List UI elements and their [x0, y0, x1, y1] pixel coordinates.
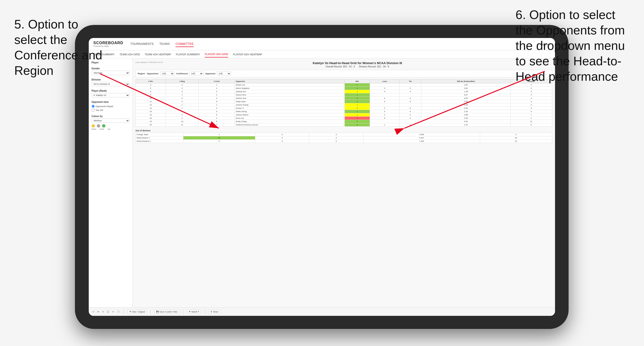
th-div: # Div	[136, 80, 166, 83]
save-custom-view-btn[interactable]: 💾 Save Custom View	[154, 310, 179, 314]
report-title-area: Katelyn Vo Head-to-Head Grid for Women's…	[163, 61, 552, 68]
cell-rounds: 6	[510, 123, 552, 127]
main-content: Last Updated: 27/03/2024 10:44 Katelyn V…	[133, 58, 555, 307]
cell-tie	[400, 83, 421, 87]
toolbar-sep4	[204, 310, 205, 314]
cell-conf: 3	[199, 97, 235, 100]
cell-rounds: 9	[510, 107, 552, 110]
cell-loss: 0	[370, 90, 400, 93]
cell-diff: 3.33	[421, 100, 510, 103]
toolbar-redo1[interactable]: ⟳	[97, 311, 99, 313]
cell-rounds: 4	[510, 97, 552, 100]
toolbar-redo2[interactable]: ↪	[102, 311, 104, 313]
cell-opponent: Jessica Huang	[235, 103, 345, 107]
nav-committee[interactable]: COMMITTEE	[176, 41, 194, 47]
toolbar-clock[interactable]: 🕐	[117, 311, 120, 313]
cell-rounds: 2	[510, 103, 552, 107]
cell-win: 1	[345, 87, 370, 90]
cell-conf: 1	[199, 83, 235, 87]
table-row: 20 11 7 Federica Domecq Lacroze 2 1 0 1.…	[136, 123, 552, 127]
opponents-select[interactable]: (All)	[160, 71, 174, 76]
radio-opponents-played[interactable]: Opponents Played	[92, 105, 130, 108]
ood-diff: 7.400	[363, 140, 480, 143]
cell-tie	[400, 103, 421, 107]
share-btn[interactable]: ⬆ Share	[209, 310, 220, 314]
cell-tie: 0	[400, 87, 421, 90]
cell-conf: 7	[199, 123, 235, 127]
table-row: 15 8 5 Stella Cheng 1 0 0 1.25 4	[136, 110, 552, 113]
subnav-team-h2h-grid[interactable]: TEAM H2H GRID	[120, 51, 140, 57]
cell-conf: 2	[199, 87, 235, 90]
nav-tournaments[interactable]: TOURNAMENTS	[130, 41, 154, 47]
cell-opponent: Alexis Sudjianto	[235, 87, 345, 90]
ood-tie: 0	[309, 133, 363, 136]
cell-reg: 6	[166, 97, 198, 100]
ood-tie: 0	[309, 136, 363, 140]
cell-loss	[370, 83, 400, 87]
report-title-text: Katelyn Vo Head-to-Head Grid for Women's…	[163, 61, 552, 65]
radio-opponents-played-input[interactable]	[92, 105, 95, 108]
table-row: 13 1 1 Jessica Huang 1 -3.00 2	[136, 103, 552, 107]
cell-tie	[400, 120, 421, 123]
cell-win: 2	[345, 123, 370, 127]
cell-win: 1	[345, 93, 370, 97]
subnav-team-h2h-heatmap[interactable]: TEAM H2H HEATMAP	[145, 51, 171, 57]
filter-opponent-group: Opponent (All)	[205, 71, 231, 76]
cell-reg: 2	[166, 117, 198, 120]
toolbar-undo[interactable]: ↩	[92, 311, 94, 313]
cell-div: 10	[136, 97, 166, 100]
legend-down: Down	[92, 128, 98, 130]
radio-top100[interactable]: Top 100	[92, 109, 130, 112]
conference-select[interactable]: (All)	[189, 71, 204, 76]
subnav-player-summary[interactable]: PLAYER SUMMARY	[176, 51, 200, 57]
ood-rounds: 30	[480, 136, 552, 140]
division-select[interactable]: NCAA Division III	[92, 82, 130, 86]
cell-diff: 0.30	[421, 120, 510, 123]
toolbar-sep1	[124, 310, 124, 314]
tablet-frame: SCOREBOARD Powered by clippd TOURNAMENTS…	[75, 25, 568, 329]
cell-conf: 3	[199, 90, 235, 93]
cell-win: 1	[345, 90, 370, 93]
toolbar-clip[interactable]: 📋	[107, 311, 110, 313]
sidebar-colour-section: Colour by Win/loss Down Level Up	[92, 115, 130, 130]
sidebar-opponent-view-section: Opponent view Opponents Played Top 100	[92, 101, 130, 112]
player-rank-select[interactable]: 8. Katelyn Vo	[92, 93, 130, 97]
cell-rounds: 7	[510, 113, 552, 117]
opponent-label: Opponent	[205, 72, 216, 75]
cell-conf: 1	[199, 103, 235, 107]
cell-win: 1	[345, 113, 370, 117]
cell-opponent: Eunice Yi	[235, 107, 345, 110]
last-updated: Last Updated: 27/03/2024 10:44	[136, 61, 163, 63]
subnav-player-h2h-heatmap[interactable]: PLAYER H2H HEATMAP	[233, 51, 262, 57]
cell-loss	[370, 103, 400, 107]
opponent-select[interactable]: (All)	[217, 71, 231, 76]
ood-tie: 0	[309, 140, 363, 143]
report-header: Last Updated: 27/03/2024 10:44 Katelyn V…	[136, 61, 552, 68]
subnav-player-h2h-grid[interactable]: PLAYER H2H GRID	[205, 51, 228, 57]
table-row: 10 6 3 Andrea York 2 0 0 4.00 4	[136, 97, 552, 100]
out-of-division-section: Out of division Foreign Team 1 0 0 4.500…	[136, 129, 552, 143]
table-row: 18 2 2 Euna Lee 0 8 0 -5.00 2	[136, 117, 552, 120]
main-nav: TOURNAMENTS TEAMS COMMITTEE	[130, 41, 534, 47]
cell-reg: 2	[166, 100, 198, 103]
table-row: 9 1 4 Sharon Mun 1 3.67 3	[136, 93, 552, 97]
nav-teams[interactable]: TEAMS	[160, 41, 170, 47]
ood-row: Foreign Team 1 0 0 4.500 2	[136, 133, 552, 136]
radio-top100-input[interactable]	[92, 109, 95, 112]
cell-div: 19	[136, 120, 166, 123]
cell-loss: 0	[370, 110, 400, 113]
cell-loss	[370, 120, 400, 123]
cell-win: 1	[345, 83, 370, 87]
cell-reg: 2	[166, 87, 198, 90]
annotation-left-text: 5. Option to select the Conference and R…	[14, 17, 102, 77]
view-original-btn[interactable]: 👁 View: Original	[128, 310, 147, 314]
watch-btn[interactable]: 👁 Watch ▾	[187, 310, 201, 314]
table-row: 19 10 6 Emily Chang 4 0.30 11	[136, 120, 552, 123]
colour-by-select[interactable]: Win/loss	[92, 119, 130, 123]
sidebar-division-section: Division NCAA Division III	[92, 78, 130, 86]
cell-rounds: 3	[510, 93, 552, 97]
th-loss: Loss	[370, 80, 400, 83]
cell-div: 6	[136, 90, 166, 93]
toolbar-undo2[interactable]: ↩	[112, 311, 114, 313]
cell-diff: 4.00	[421, 87, 510, 90]
